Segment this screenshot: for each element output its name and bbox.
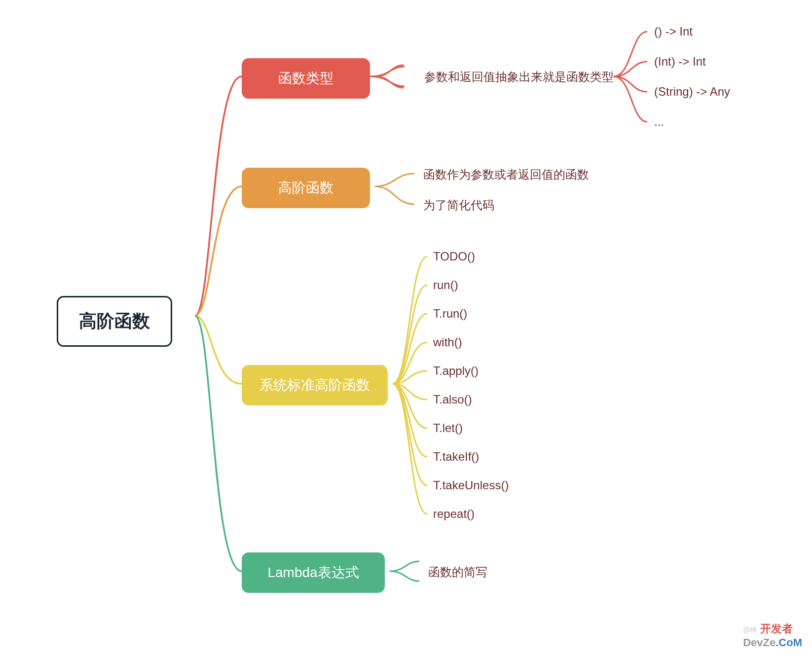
watermark-p3: .CoM: [775, 636, 802, 649]
std-child-5: T.also(): [433, 393, 472, 406]
cat-lambda-label: Lambda表达式: [267, 565, 359, 580]
lambda-desc: 函数的简写: [428, 564, 487, 580]
std-child-4: T.apply(): [433, 364, 479, 378]
watermark-p1: 开发者: [760, 622, 793, 635]
cat-std-higher-label: 系统标准高阶函数: [259, 377, 370, 393]
func-type-desc: 参数和返回值抽象出来就是函数类型: [424, 69, 614, 85]
watermark-small: @稀: [743, 626, 757, 634]
std-child-6: T.let(): [433, 421, 463, 435]
cat-lambda: Lambda表达式: [242, 552, 385, 593]
higher-order-desc-0: 函数作为参数或者返回值的函数: [423, 167, 589, 183]
std-child-1: run(): [433, 278, 458, 292]
func-type-child-2: (String) -> Any: [654, 85, 730, 99]
func-type-child-3: ...: [654, 115, 664, 129]
higher-order-desc-1: 为了简化代码: [423, 197, 494, 213]
cat-func-type: 函数类型: [242, 58, 370, 99]
watermark-p2: DevZe: [743, 636, 775, 649]
std-child-0: TODO(): [433, 250, 475, 263]
cat-func-type-label: 函数类型: [278, 71, 333, 86]
std-child-7: T.takeIf(): [433, 450, 479, 464]
func-type-child-0: () -> Int: [654, 25, 693, 38]
cat-std-higher: 系统标准高阶函数: [242, 365, 388, 405]
cat-higher-order-label: 高阶函数: [278, 180, 333, 195]
func-type-child-1: (Int) -> Int: [654, 55, 706, 69]
std-child-8: T.takeUnless(): [433, 478, 509, 492]
root-label: 高阶函数: [79, 311, 150, 331]
cat-higher-order: 高阶函数: [242, 168, 370, 208]
std-child-9: repeat(): [433, 507, 475, 521]
std-child-3: with(): [433, 335, 462, 349]
std-child-2: T.run(): [433, 307, 467, 321]
watermark: @稀 开发者 DevZe.CoM: [743, 621, 802, 649]
root-node: 高阶函数: [57, 296, 172, 347]
